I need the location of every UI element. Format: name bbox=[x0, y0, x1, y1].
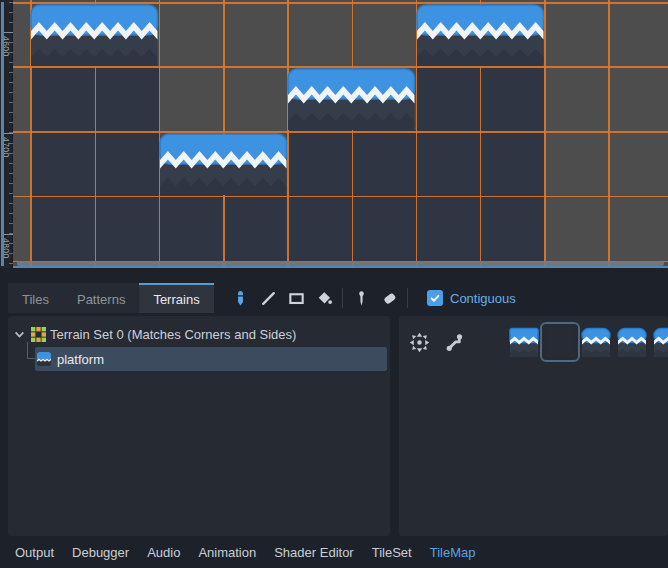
bucket-icon bbox=[316, 290, 333, 307]
ruler-tick bbox=[9, 173, 13, 174]
contiguous-label: Contiguous bbox=[450, 291, 516, 306]
ruler-tick bbox=[9, 122, 13, 123]
bottom-tab-shader-editor[interactable]: Shader Editor bbox=[274, 545, 354, 560]
bottom-tab-debugger[interactable]: Debugger bbox=[72, 545, 129, 560]
ruler-major-tick bbox=[3, 32, 13, 33]
line-icon bbox=[260, 290, 277, 307]
terrain-tile-strip bbox=[509, 327, 668, 357]
ruler-tick bbox=[9, 112, 13, 113]
bottom-tab-output[interactable]: Output bbox=[15, 545, 54, 560]
ruler-tick bbox=[9, 203, 13, 204]
bottom-panel-bar: OutputDebuggerAudioAnimationShader Edito… bbox=[0, 537, 668, 568]
tilemap-tab-bar: TilesPatternsTerrains bbox=[8, 283, 214, 313]
ruler-tick bbox=[9, 183, 13, 184]
tab-terrains[interactable]: Terrains bbox=[139, 283, 213, 313]
terrain-set-row[interactable]: Terrain Set 0 (Matches Corners and Sides… bbox=[8, 322, 387, 346]
terrains-tree-panel: Terrain Set 0 (Matches Corners and Sides… bbox=[8, 316, 390, 536]
terrain-tile-option-selected[interactable] bbox=[545, 327, 575, 357]
ruler-tick bbox=[9, 102, 13, 103]
terrain-tile-option[interactable] bbox=[653, 327, 668, 357]
platform-tile bbox=[30, 2, 159, 70]
platform-tile bbox=[159, 131, 288, 199]
picker-tool-button[interactable] bbox=[347, 284, 375, 312]
path-mode-icon bbox=[444, 332, 465, 353]
terrain-tile-option[interactable] bbox=[581, 327, 611, 357]
rect-tool-button[interactable] bbox=[282, 284, 310, 312]
bottom-tab-tileset[interactable]: TileSet bbox=[372, 545, 412, 560]
connect-mode-button[interactable] bbox=[405, 328, 433, 356]
terrain-tile-option[interactable] bbox=[617, 327, 647, 357]
platform-tile bbox=[416, 2, 545, 70]
ruler-tick bbox=[9, 223, 13, 224]
2d-viewport[interactable]: 460047004800 bbox=[0, 0, 668, 268]
terrain-set-label: Terrain Set 0 (Matches Corners and Sides… bbox=[50, 327, 296, 342]
ruler-tick bbox=[9, 82, 13, 83]
tab-patterns[interactable]: Patterns bbox=[63, 283, 139, 313]
eraser-icon bbox=[381, 290, 398, 307]
ruler-tick bbox=[9, 62, 13, 63]
bottom-panel: TilesPatternsTerrains Contiguous Terrain… bbox=[0, 268, 668, 568]
connect-mode-icon bbox=[409, 332, 430, 353]
tilemap-toolbar: TilesPatternsTerrains Contiguous bbox=[0, 283, 668, 313]
checkbox-check-icon bbox=[427, 290, 443, 306]
platform-tile bbox=[287, 66, 416, 134]
terrain-tile-option[interactable] bbox=[509, 327, 539, 357]
ruler-major-tick bbox=[3, 133, 13, 134]
paint-tool-button[interactable] bbox=[226, 284, 254, 312]
terrain-name-label: platform bbox=[57, 352, 104, 367]
terrain-platform-row[interactable]: platform bbox=[35, 347, 387, 371]
screen-frame-left-edge bbox=[1, 2, 4, 266]
path-mode-button[interactable] bbox=[440, 328, 468, 356]
grid-line-vertical bbox=[608, 0, 610, 266]
bottom-tab-tilemap[interactable]: TileMap bbox=[430, 545, 476, 560]
terrain-tool-bar bbox=[226, 283, 412, 313]
paint-icon bbox=[232, 290, 249, 307]
bucket-tool-button[interactable] bbox=[310, 284, 338, 312]
ruler-tick bbox=[9, 92, 13, 93]
ruler-tick bbox=[9, 72, 13, 73]
eraser-tool-button[interactable] bbox=[375, 284, 403, 312]
rect-icon bbox=[288, 290, 305, 307]
paint-mode-buttons bbox=[405, 328, 475, 356]
terrain-set-icon bbox=[31, 327, 46, 342]
contiguous-checkbox[interactable]: Contiguous bbox=[427, 283, 516, 313]
ruler-tick bbox=[9, 213, 13, 214]
line-tool-button[interactable] bbox=[254, 284, 282, 312]
grid-line-vertical bbox=[544, 0, 546, 266]
terrain-tile-palette bbox=[405, 322, 668, 362]
toolbar-separator bbox=[342, 288, 343, 308]
ruler-tick bbox=[9, 193, 13, 194]
ruler-major-tick bbox=[3, 234, 13, 235]
bottom-tab-animation[interactable]: Animation bbox=[198, 545, 256, 560]
grid-line-horizontal bbox=[13, 196, 668, 198]
ruler-tick bbox=[9, 12, 13, 13]
bottom-tab-audio[interactable]: Audio bbox=[147, 545, 180, 560]
terrain-tiles-panel bbox=[399, 316, 668, 536]
ruler-tick bbox=[9, 22, 13, 23]
toolbar-separator bbox=[407, 288, 408, 308]
platform-terrain-icon bbox=[37, 352, 51, 366]
picker-icon bbox=[353, 290, 370, 307]
screen-frame-bottom-edge bbox=[0, 266, 668, 269]
tab-tiles[interactable]: Tiles bbox=[8, 283, 63, 313]
ruler-tick bbox=[9, 163, 13, 164]
chevron-down-icon bbox=[14, 329, 25, 340]
godot-editor: 460047004800 TilesPatternsTerrains Conti… bbox=[0, 0, 668, 568]
ruler-tick bbox=[9, 2, 13, 3]
ruler-tick bbox=[9, 263, 13, 264]
